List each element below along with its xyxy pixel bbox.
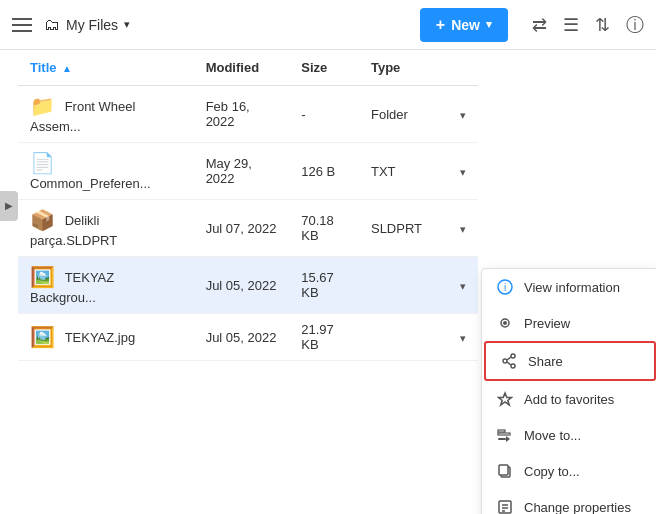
share-label: Share — [528, 354, 563, 369]
svg-rect-12 — [498, 430, 505, 432]
file-modified-cell: May 29, 2022 — [194, 143, 290, 200]
change-props-label: Change properties — [524, 500, 631, 515]
file-name-cell: 🖼️ TEKYAZ.jpg — [18, 314, 194, 361]
file-row-chevron[interactable]: ▾ — [448, 257, 478, 314]
file-table: Title ▲ Modified Size Type 📁 Front Wheel… — [18, 50, 478, 361]
view-info-label: View information — [524, 280, 620, 295]
table-row[interactable]: 📄 Common_Preferen... May 29, 2022 126 B … — [18, 143, 478, 200]
svg-point-3 — [503, 321, 507, 325]
file-table-area: Title ▲ Modified Size Type 📁 Front Wheel… — [18, 50, 656, 361]
my-files-button[interactable]: 🗂 My Files ▾ — [44, 16, 130, 34]
copy-to-icon — [496, 463, 514, 479]
file-type-icon: 📦 — [30, 209, 55, 231]
file-name-label: Common_Preferen... — [30, 176, 151, 191]
my-files-chevron-icon: ▾ — [124, 18, 130, 31]
new-button[interactable]: + New ▾ — [420, 8, 508, 42]
file-name-cell: 🖼️ TEKYAZ Backgrou... — [18, 257, 194, 314]
title-sort-icon: ▲ — [62, 63, 72, 74]
add-favorites-icon — [496, 391, 514, 407]
preview-label: Preview — [524, 316, 570, 331]
svg-line-8 — [507, 362, 511, 365]
change-props-icon — [496, 499, 514, 514]
file-type-icon: 🖼️ — [30, 266, 55, 288]
info-icon[interactable]: ⓘ — [626, 13, 644, 37]
copy-to-label: Copy to... — [524, 464, 580, 479]
file-size-cell: 70.18 KB — [289, 200, 359, 257]
table-row[interactable]: 🖼️ TEKYAZ.jpg Jul 05, 2022 21.97 KB ▾ — [18, 314, 478, 361]
file-type-icon: 📄 — [30, 152, 55, 174]
file-type-cell: Folder — [359, 86, 448, 143]
new-button-arrow-icon: ▾ — [486, 18, 492, 31]
menu-item-share[interactable]: Share — [484, 341, 656, 381]
panel-toggle[interactable]: ▶ — [0, 191, 18, 221]
file-size-cell: 126 B — [289, 143, 359, 200]
svg-rect-10 — [498, 438, 506, 440]
file-modified-cell: Feb 16, 2022 — [194, 86, 290, 143]
sort-icon[interactable]: ⇅ — [595, 14, 610, 36]
share-icon — [500, 353, 518, 369]
preview-icon — [496, 315, 514, 331]
svg-point-5 — [511, 354, 515, 358]
file-row-chevron[interactable]: ▾ — [448, 143, 478, 200]
file-type-cell: TXT — [359, 143, 448, 200]
header-actions: ⇄ ☰ ⇅ ⓘ — [532, 13, 644, 37]
header: 🗂 My Files ▾ + New ▾ ⇄ ☰ ⇅ ⓘ — [0, 0, 656, 50]
col-header-modified[interactable]: Modified — [194, 50, 290, 86]
svg-line-7 — [507, 357, 511, 360]
menu-item-add-favorites[interactable]: Add to favorites — [482, 381, 656, 417]
new-plus-icon: + — [436, 16, 445, 34]
svg-marker-9 — [499, 393, 512, 405]
file-modified-cell: Jul 05, 2022 — [194, 257, 290, 314]
add-favorites-label: Add to favorites — [524, 392, 614, 407]
move-to-icon — [496, 427, 514, 443]
col-header-size[interactable]: Size — [289, 50, 359, 86]
select-mode-icon[interactable]: ⇄ — [532, 14, 547, 36]
file-row-chevron[interactable]: ▾ — [448, 200, 478, 257]
file-name-cell: 📄 Common_Preferen... — [18, 143, 194, 200]
svg-text:i: i — [504, 282, 506, 293]
file-size-cell: 21.97 KB — [289, 314, 359, 361]
menu-item-copy-to[interactable]: Copy to... — [482, 453, 656, 489]
menu-item-change-props[interactable]: Change properties — [482, 489, 656, 514]
my-files-label: My Files — [66, 17, 118, 33]
view-info-icon: i — [496, 279, 514, 295]
list-view-icon[interactable]: ☰ — [563, 14, 579, 36]
file-type-icon: 🖼️ — [30, 326, 55, 348]
svg-point-4 — [503, 359, 507, 363]
file-name-label: TEKYAZ.jpg — [65, 330, 136, 345]
file-type-icon: 📁 — [30, 95, 55, 117]
file-size-cell: - — [289, 86, 359, 143]
svg-point-6 — [511, 364, 515, 368]
my-files-folder-icon: 🗂 — [44, 16, 60, 34]
file-name-cell: 📁 Front Wheel Assem... — [18, 86, 194, 143]
table-row[interactable]: 🖼️ TEKYAZ Backgrou... Jul 05, 2022 15.67… — [18, 257, 478, 314]
menu-item-view-info[interactable]: i View information — [482, 269, 656, 305]
file-modified-cell: Jul 05, 2022 — [194, 314, 290, 361]
file-modified-cell: Jul 07, 2022 — [194, 200, 290, 257]
menu-item-preview[interactable]: Preview — [482, 305, 656, 341]
file-row-chevron[interactable]: ▾ — [448, 86, 478, 143]
file-name-cell: 📦 Delikli parça.SLDPRT — [18, 200, 194, 257]
context-menu: i View information Preview Share Add to … — [481, 268, 656, 514]
table-row[interactable]: 📦 Delikli parça.SLDPRT Jul 07, 2022 70.1… — [18, 200, 478, 257]
new-button-label: New — [451, 17, 480, 33]
col-header-title[interactable]: Title ▲ — [18, 50, 194, 86]
table-row[interactable]: 📁 Front Wheel Assem... Feb 16, 2022 - Fo… — [18, 86, 478, 143]
file-type-cell — [359, 257, 448, 314]
menu-item-move-to[interactable]: Move to... — [482, 417, 656, 453]
file-row-chevron[interactable]: ▾ — [448, 314, 478, 361]
file-type-cell — [359, 314, 448, 361]
file-size-cell: 15.67 KB — [289, 257, 359, 314]
move-to-label: Move to... — [524, 428, 581, 443]
file-type-cell: SLDPRT — [359, 200, 448, 257]
hamburger-menu[interactable] — [12, 18, 32, 32]
col-header-type[interactable]: Type — [359, 50, 448, 86]
svg-rect-11 — [498, 433, 510, 435]
svg-rect-14 — [499, 465, 508, 475]
